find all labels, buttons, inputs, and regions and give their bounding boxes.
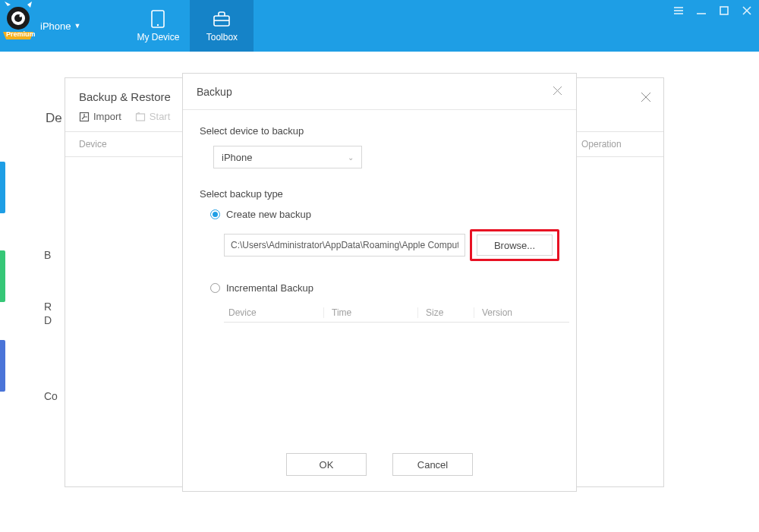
ok-button[interactable]: OK [286, 453, 367, 476]
toolbox-icon [212, 9, 231, 29]
device-select-wrap: iPhone ⌄ [213, 146, 559, 168]
import-label: Import [93, 111, 121, 122]
backup-path-input[interactable] [224, 234, 465, 257]
tablet-icon [148, 9, 168, 29]
svg-point-3 [19, 14, 21, 17]
top-toolbar: Premium iPhone ▼ My Device Toolbox [0, 0, 759, 52]
start-button: Start [135, 111, 170, 122]
side-tab-blue[interactable] [0, 162, 5, 213]
tab-toolbox[interactable]: Toolbox [190, 0, 254, 52]
radio-incremental[interactable]: Incremental Backup [210, 282, 559, 294]
modal-close-icon[interactable] [553, 85, 562, 99]
col-operation: Operation [581, 139, 650, 150]
side-tab-green[interactable] [0, 250, 5, 302]
inc-col-device: Device [224, 307, 324, 318]
side-letter-r: R [44, 301, 52, 313]
panel-close-icon[interactable] [641, 90, 651, 106]
chevron-down-icon: ▼ [74, 22, 80, 30]
side-letter-d: D [44, 314, 52, 326]
browse-button[interactable]: Browse... [477, 235, 553, 256]
incremental-table: Device Time Size Version [224, 303, 569, 323]
device-select[interactable]: iPhone ⌄ [213, 146, 362, 168]
incremental-table-header: Device Time Size Version [224, 303, 569, 323]
tab-my-device-label: My Device [137, 32, 179, 42]
device-select-value: iPhone [222, 152, 252, 163]
radio-icon [210, 209, 220, 219]
modal-body: Select device to backup iPhone ⌄ Select … [183, 110, 576, 323]
svg-point-5 [157, 24, 159, 26]
premium-badge: Premium [6, 30, 36, 38]
backup-modal: Backup Select device to backup iPhone ⌄ … [182, 73, 577, 492]
inc-col-version: Version [474, 307, 543, 318]
nav-tabs: My Device Toolbox [126, 0, 254, 52]
window-controls [672, 5, 753, 17]
cancel-button[interactable]: Cancel [392, 453, 473, 476]
menu-icon[interactable] [672, 5, 685, 17]
maximize-icon[interactable] [718, 5, 730, 17]
tab-my-device[interactable]: My Device [126, 0, 190, 52]
svg-rect-12 [720, 7, 728, 14]
inc-col-size: Size [418, 307, 474, 318]
select-type-label: Select backup type [200, 188, 559, 200]
select-device-label: Select device to backup [200, 125, 559, 137]
tab-toolbox-label: Toolbox [206, 32, 238, 42]
device-selector-dropdown[interactable]: iPhone ▼ [40, 0, 80, 52]
radio-incremental-label: Incremental Backup [226, 282, 313, 294]
device-selector-label: iPhone [40, 20, 71, 32]
inc-col-time: Time [324, 307, 418, 318]
modal-footer: OK Cancel [183, 453, 576, 476]
side-tab-indigo[interactable] [0, 340, 5, 392]
backup-path-row: Browse... [224, 229, 559, 261]
import-button[interactable]: Import [79, 111, 121, 122]
main-area: De B R D Co Backup & Restore Import Star… [0, 52, 759, 532]
chevron-down-icon: ⌄ [348, 153, 354, 162]
close-icon[interactable] [741, 5, 753, 17]
side-letter-co: Co [44, 390, 58, 402]
browse-highlight: Browse... [470, 229, 559, 261]
radio-create-new[interactable]: Create new backup [210, 209, 559, 220]
start-label: Start [150, 111, 170, 122]
modal-header: Backup [183, 74, 576, 110]
minimize-icon[interactable] [695, 5, 707, 17]
side-letter-b: B [44, 249, 51, 261]
modal-title: Backup [197, 86, 232, 98]
page-heading-fragment: De [46, 111, 62, 126]
app-logo: Premium [2, 2, 36, 52]
svg-rect-18 [136, 114, 144, 121]
radio-create-new-label: Create new backup [226, 209, 311, 220]
radio-icon [210, 283, 220, 293]
